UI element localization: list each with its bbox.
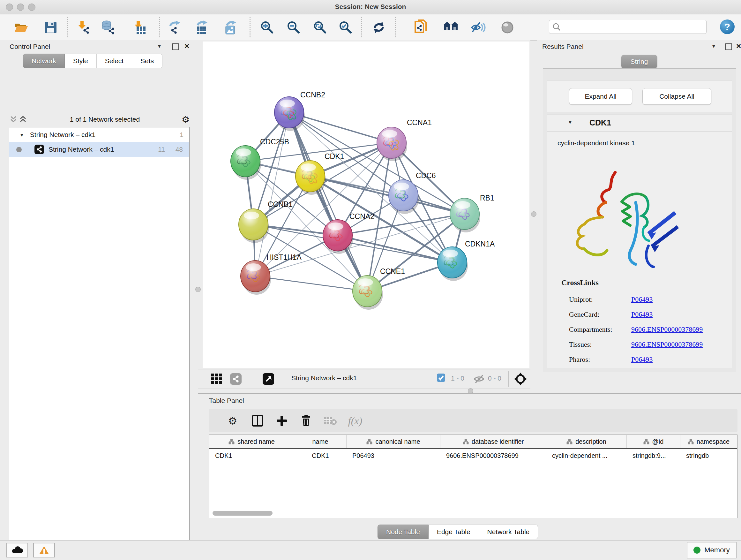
node-label-CCNB2: CCNB2 — [300, 91, 325, 99]
results-panel-menu-icon[interactable]: ▼ — [711, 44, 716, 49]
zoom-in-icon[interactable] — [258, 18, 276, 37]
collapse-all-button[interactable]: Collapse All — [643, 88, 711, 105]
birds-eye-target-icon[interactable] — [514, 372, 528, 386]
network-node-CCNB1[interactable] — [239, 209, 269, 243]
open-session-icon[interactable] — [12, 18, 30, 37]
hide-graphics-eye-icon[interactable] — [469, 18, 487, 37]
network-options-gear-icon[interactable]: ⚙ — [182, 114, 190, 125]
network-node-HIST1H1A[interactable] — [241, 260, 271, 295]
search-field[interactable] — [549, 20, 706, 34]
collapse-all-icon[interactable] — [9, 115, 18, 124]
table-row[interactable]: CDK1CDK1P064939606.ENSP00000378699cyclin… — [209, 449, 737, 462]
network-canvas[interactable]: CCNB2CCNA1CDC25BCDK1CDC6RB1CCNB1CCNA2CDK… — [203, 42, 529, 368]
network-edge-HIST1H1A-CCNE1[interactable] — [255, 276, 367, 291]
column-header-databaseidentifier[interactable]: database identifier — [441, 435, 546, 448]
zoom-selected-icon[interactable] — [336, 18, 355, 37]
table-cell[interactable]: stringdb — [680, 449, 737, 462]
column-header-namespace[interactable]: namespace — [680, 435, 737, 448]
network-node-CDKN1A[interactable] — [437, 247, 468, 281]
string-home-icon[interactable] — [442, 18, 460, 37]
grid-view-icon[interactable] — [210, 372, 224, 386]
glass-sphere-icon[interactable] — [498, 18, 517, 37]
collection-expander-icon[interactable]: ▼ — [19, 132, 24, 138]
network-node-CDC6[interactable] — [389, 180, 419, 214]
cloud-status-button[interactable] — [6, 543, 28, 557]
column-header-canonicalname[interactable]: canonical name — [347, 435, 441, 448]
control-panel-menu-icon[interactable]: ▼ — [157, 44, 162, 49]
expand-all-icon[interactable] — [18, 115, 28, 124]
help-button[interactable]: ? — [720, 19, 735, 34]
function-builder-icon[interactable]: f(x) — [347, 414, 363, 428]
network-edge-CCNB2-CCNE1[interactable] — [289, 112, 367, 291]
horizontal-scrollbar[interactable] — [212, 511, 273, 516]
crosslink-value-link[interactable]: 9606.ENSP00000378699 — [631, 340, 703, 349]
control-panel-close-icon[interactable]: × — [185, 43, 189, 49]
column-header-id[interactable]: @id — [627, 435, 680, 448]
table-cell[interactable]: 9606.ENSP00000378699 — [441, 449, 546, 462]
save-session-icon[interactable] — [42, 18, 60, 37]
refresh-icon[interactable] — [369, 18, 388, 37]
tab-select[interactable]: Select — [97, 54, 132, 68]
import-network-file-icon[interactable] — [74, 18, 93, 37]
table-options-gear-icon[interactable]: ⚙ — [224, 414, 241, 428]
tab-sets[interactable]: Sets — [132, 54, 162, 68]
network-snapshot-icon[interactable] — [412, 18, 430, 37]
gene-header[interactable]: ▼ CDK1 — [547, 115, 732, 132]
column-header-description[interactable]: description — [546, 435, 627, 448]
crosslink-value-link[interactable]: P06493 — [631, 295, 653, 304]
open-in-window-icon[interactable] — [261, 372, 275, 386]
crosslink-value-link[interactable]: P06493 — [631, 310, 653, 319]
vertical-splitter-handle-left[interactable] — [195, 287, 201, 292]
table-cell[interactable]: cyclin-dependent ... — [546, 449, 627, 462]
tab-network[interactable]: Network — [23, 54, 65, 68]
results-panel-float-icon[interactable] — [725, 44, 732, 51]
crosslink-value-link[interactable]: P06493 — [631, 355, 653, 364]
delete-column-trash-icon[interactable] — [298, 414, 314, 428]
network-node-CCNE1[interactable] — [353, 275, 383, 310]
crosslink-value-link[interactable]: 9606.ENSP00000378699 — [631, 325, 703, 334]
string-view-icon[interactable] — [229, 372, 243, 386]
network-edge-CDK1-RB1[interactable] — [310, 176, 465, 214]
import-network-database-icon[interactable] — [99, 18, 118, 37]
tab-string[interactable]: String — [621, 55, 657, 68]
control-panel-float-icon[interactable] — [172, 44, 179, 51]
table-cell[interactable]: CDK1 — [209, 449, 294, 462]
export-network-icon[interactable] — [165, 18, 184, 37]
expand-all-button[interactable]: Expand All — [569, 88, 632, 105]
import-table-file-icon[interactable] — [131, 18, 149, 37]
gene-collapse-icon[interactable]: ▼ — [568, 119, 572, 125]
node-label-CDC25B: CDC25B — [260, 138, 289, 146]
column-header-name[interactable]: name — [294, 435, 347, 448]
network-node-CCNA1[interactable] — [377, 127, 407, 161]
selected-checkbox-icon[interactable] — [437, 374, 445, 382]
results-panel-close-icon[interactable]: × — [736, 43, 741, 49]
show-columns-icon[interactable] — [249, 414, 266, 428]
network-node-CDK1[interactable] — [295, 161, 326, 195]
network-node-RB1[interactable] — [450, 198, 480, 233]
table-cell[interactable]: stringdb:9... — [627, 449, 680, 462]
tab-node-table[interactable]: Node Table — [378, 524, 428, 539]
add-column-icon[interactable] — [273, 414, 290, 428]
network-node-CCNB2[interactable] — [274, 97, 305, 131]
export-image-icon[interactable] — [221, 18, 240, 37]
horizontal-splitter-handle[interactable] — [468, 388, 473, 394]
export-table-icon[interactable] — [192, 18, 211, 37]
table-cell[interactable]: CDK1 — [294, 449, 347, 462]
network-row-selected[interactable]: String Network – cdk1 11 48 — [9, 142, 189, 157]
vertical-splitter-handle[interactable] — [531, 211, 536, 217]
zoom-out-icon[interactable] — [284, 18, 303, 37]
network-node-CDC25B[interactable] — [231, 145, 261, 180]
memory-button[interactable]: Memory — [687, 542, 737, 558]
tab-style[interactable]: Style — [65, 54, 97, 68]
tab-edge-table[interactable]: Edge Table — [428, 524, 479, 539]
delete-table-icon[interactable] — [322, 414, 339, 428]
tab-network-table[interactable]: Network Table — [479, 524, 538, 539]
zoom-fit-icon[interactable] — [311, 18, 329, 37]
table-cell[interactable]: P06493 — [347, 449, 441, 462]
network-collection-row[interactable]: ▼ String Network – cdk1 1 — [9, 127, 189, 142]
warning-status-button[interactable] — [33, 543, 55, 557]
node-label-CCNA1: CCNA1 — [407, 118, 432, 127]
network-edge-CCNB2-HIST1H1A[interactable] — [255, 112, 289, 276]
column-header-sharedname[interactable]: shared name — [209, 435, 294, 448]
search-input[interactable] — [561, 23, 696, 31]
